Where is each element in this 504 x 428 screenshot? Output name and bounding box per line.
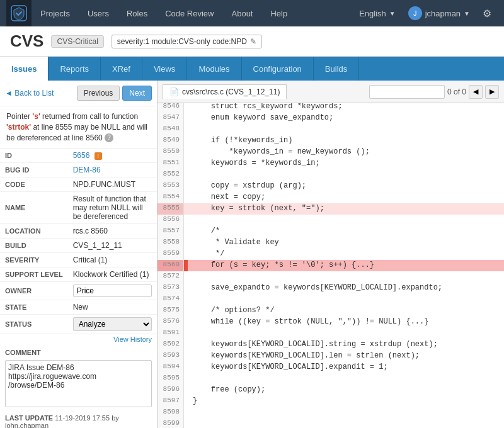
line-code — [188, 419, 198, 428]
line-number: 8592 — [158, 339, 184, 351]
table-row: ID 5656 ! — [0, 149, 157, 163]
line-number: 8557 — [158, 226, 184, 237]
line-number: 8597 — [158, 396, 184, 407]
code-search: 0 of 0 ◀ ▶ — [369, 85, 499, 99]
back-to-list-link[interactable]: ◄ Back to List — [5, 89, 74, 98]
title-bar: CVS CVS-Critical severity:1 module:CVS-o… — [0, 26, 504, 57]
code-line: 8556 — [158, 215, 504, 226]
tab-issues[interactable]: Issues — [0, 57, 49, 81]
owner-input[interactable] — [73, 284, 152, 297]
line-number: 8551 — [158, 158, 184, 169]
line-number: 8596 — [158, 385, 184, 396]
comment-textarea[interactable]: JIRA Issue DEM-86 https://jira.roguewave… — [5, 360, 152, 407]
nav-about[interactable]: About — [223, 0, 262, 26]
issue-navigation: ◄ Back to List Previous Next — [0, 81, 157, 106]
code-line: 8550 *keywords_in = new_keywords (); — [158, 147, 504, 158]
line-code: /* options? */ — [188, 305, 280, 317]
code-body[interactable]: 8342void8543RCS_setlocalid (void **keywo… — [158, 103, 504, 428]
code-line: 8553 copy = xstrdup (arg); — [158, 181, 504, 192]
nav-projects[interactable]: Projects — [32, 0, 79, 26]
table-row: BUG ID DEM-86 — [0, 163, 157, 177]
search-prev-button[interactable]: ◀ — [469, 85, 483, 99]
line-code: keywords[KEYWORD_LOCALID].expandit = 1; — [188, 362, 393, 373]
line-number: 8599 — [158, 419, 184, 428]
settings-gear-icon[interactable]: ⚙ — [476, 0, 498, 26]
code-line: 8574 — [158, 294, 504, 305]
code-search-input[interactable] — [369, 85, 445, 99]
line-code: save_expandto = keywords[KEYWORD_LOCALID… — [188, 283, 447, 294]
line-number: 8548 — [158, 124, 184, 135]
edit-filter-icon[interactable]: ✎ — [250, 37, 256, 46]
line-code — [188, 328, 198, 339]
file-icon: 📄 — [169, 87, 179, 96]
line-number: 8574 — [158, 294, 184, 305]
tab-modules[interactable]: Modules — [187, 57, 241, 81]
code-line: 8594 keywords[KEYWORD_LOCALID].expandit … — [158, 362, 504, 373]
bug-id-link[interactable]: DEM-86 — [73, 166, 101, 174]
line-code — [188, 373, 198, 385]
code-line: 8555 key = strtok (next, "="); — [158, 203, 504, 215]
nav-code-review[interactable]: Code Review — [156, 0, 222, 26]
line-number: 8598 — [158, 407, 184, 419]
search-next-button[interactable]: ▶ — [485, 85, 499, 99]
nav-language[interactable]: English ▼ — [353, 0, 402, 26]
help-icon[interactable]: ? — [105, 133, 113, 142]
table-row: STATUS Analyze Fix Ignore Defer — [0, 315, 157, 334]
main-content: ◄ Back to List Previous Next Pointer 's'… — [0, 81, 504, 428]
file-tab[interactable]: 📄 cvs\src\rcs.c (CVS_1_12_11) — [163, 84, 287, 99]
nav-user-menu[interactable]: J jchapman ▼ — [402, 0, 476, 26]
line-code — [188, 215, 198, 226]
code-line: 8599 — [158, 419, 504, 428]
code-line: 8559 */ — [158, 249, 504, 260]
user-avatar-icon: J — [408, 6, 422, 20]
line-number: 8595 — [158, 373, 184, 385]
comment-section-label: COMMENT — [0, 346, 157, 358]
code-line: 8572 — [158, 271, 504, 283]
line-number: 8576 — [158, 317, 184, 328]
view-history-link[interactable]: View History — [0, 334, 157, 346]
line-code: next = copy; — [188, 192, 270, 203]
chevron-down-icon: ▼ — [389, 10, 396, 17]
line-number: 8550 — [158, 147, 184, 158]
table-row: LOCATION rcs.c 8560 — [0, 224, 157, 239]
line-number: 8593 — [158, 351, 184, 362]
tab-views[interactable]: Views — [142, 57, 187, 81]
line-number: 8553 — [158, 181, 184, 192]
line-number: 8554 — [158, 192, 184, 203]
tab-xref[interactable]: XRef — [101, 57, 142, 81]
bug-icon: ! — [94, 152, 102, 160]
line-code: */ — [188, 249, 229, 260]
id-link[interactable]: 5656 — [73, 151, 90, 160]
tab-builds[interactable]: Builds — [314, 57, 359, 81]
line-code — [188, 124, 198, 135]
code-line: 8558 * Validate key — [158, 237, 504, 249]
line-number: 8547 — [158, 113, 184, 124]
tab-reports[interactable]: Reports — [49, 57, 101, 81]
code-line: 8575 /* options? */ — [158, 305, 504, 317]
line-number: 8573 — [158, 283, 184, 294]
nav-roles[interactable]: Roles — [118, 0, 156, 26]
page-title: CVS — [10, 31, 43, 51]
table-row: CODE NPD.FUNC.MUST — [0, 177, 157, 192]
filter-badge[interactable]: severity:1 module:CVS-only code:NPD ✎ — [112, 35, 262, 48]
line-number: 8556 — [158, 215, 184, 226]
status-select[interactable]: Analyze Fix Ignore Defer — [73, 317, 152, 331]
code-line: 8549 if (!*keywords_in) — [158, 135, 504, 147]
previous-button[interactable]: Previous — [77, 86, 120, 101]
file-name: cvs\src\rcs.c (CVS_1_12_11) — [182, 87, 280, 96]
cvs-critical-tag: CVS-Critical — [51, 35, 103, 48]
tab-bar: Issues Reports XRef Views Modules Config… — [0, 57, 504, 81]
code-line: 8547 enum keyword save_expandto; — [158, 113, 504, 124]
tab-configuration[interactable]: Configuration — [242, 57, 314, 81]
nav-help[interactable]: Help — [261, 0, 296, 26]
line-code: free (copy); — [188, 385, 270, 396]
next-button[interactable]: Next — [122, 86, 152, 101]
line-code: enum keyword save_expandto; — [188, 113, 338, 124]
nav-users[interactable]: Users — [79, 0, 118, 26]
line-number: 8552 — [158, 169, 184, 181]
line-number: 8555 — [158, 203, 184, 215]
line-number: 8591 — [158, 328, 184, 339]
line-code — [188, 271, 198, 283]
last-update-row: LAST UPDATE 11-19-2019 17:55 by john.cha… — [0, 412, 157, 428]
issue-details-table: ID 5656 ! BUG ID DEM-86 CODE NPD.FUNC.MU… — [0, 149, 157, 334]
